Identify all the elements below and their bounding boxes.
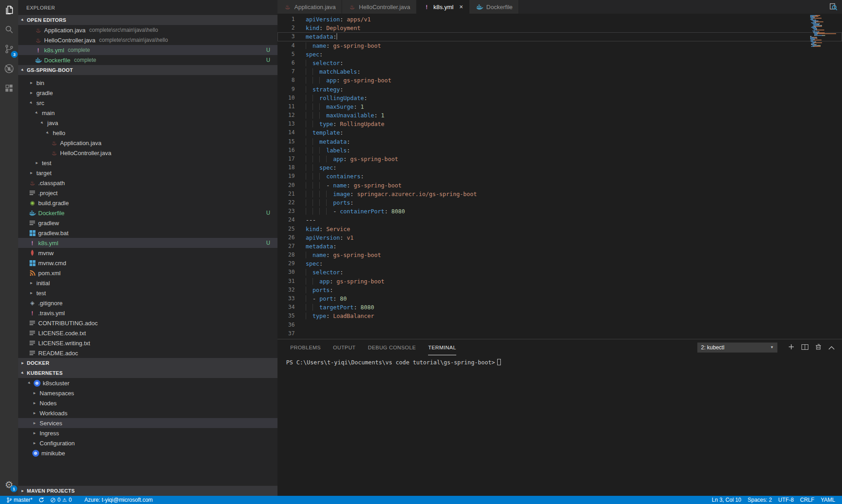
tree-item-readme-adoc[interactable]: README.adoc [18,348,277,358]
tree-item-dockerfile[interactable]: DockerfileU [18,208,277,218]
search-icon[interactable] [0,20,18,39]
code-line[interactable]: 8 app: gs-spring-boot [277,76,842,85]
explorer-icon[interactable] [0,0,18,20]
settings-gear-icon[interactable]: ⚙ 1 [0,479,18,490]
code-line[interactable]: 21 image: springacr.azurecr.io/gs-spring… [277,190,842,198]
code-line[interactable]: 27metadata: [277,242,842,251]
code-line[interactable]: 18 spec: [277,163,842,172]
tree-item-k8scluster[interactable]: ▸☸k8scluster [18,378,277,388]
section-header-project[interactable]: ▸ GS-SPRING-BOOT [18,65,277,75]
tree-item-gradlew-bat[interactable]: gradlew.bat [18,228,277,238]
open-editor-k8s-yml[interactable]: !k8s.ymlcompleteU [18,45,277,55]
extensions-icon[interactable] [0,78,18,98]
panel-tab-output[interactable]: OUTPUT [333,339,356,355]
tree-item-minikube[interactable]: ☸minikube [18,448,277,458]
encoding-status[interactable]: UTF-8 [775,497,797,503]
tree-item-travis-yml[interactable]: !.travis.yml [18,308,277,318]
tree-item-services[interactable]: ▸Services [18,418,277,428]
tree-item-target[interactable]: ▸target [18,168,277,178]
code-line[interactable]: 19 containers: [277,172,842,181]
tree-item-gitignore[interactable]: ◈.gitignore [18,298,277,308]
code-line[interactable]: 22 ports: [277,198,842,207]
git-branch-status[interactable]: master* [4,497,35,503]
tab-application-java[interactable]: ♨Application.java [277,0,342,14]
code-line[interactable]: 33 - port: 80 [277,294,842,303]
code-line[interactable]: 35 type: LoadBalancer [277,312,842,320]
code-line[interactable]: 29spec: [277,259,842,268]
tab-dockerfile[interactable]: Dockerfile [469,0,519,14]
tree-item-classpath[interactable]: ♨.classpath [18,178,277,188]
tree-item-configuration[interactable]: ▸Configuration [18,438,277,448]
tree-item-main[interactable]: ▸main [18,108,277,118]
terminal-select[interactable]: 2: kubectl ▼ [697,343,777,353]
source-control-icon[interactable]: 3 [0,39,18,59]
code-line[interactable]: 11 maxSurge: 1 [277,102,842,111]
tab-k8s-yml[interactable]: !k8s.yml× [417,0,469,14]
close-icon[interactable]: × [459,4,463,10]
tree-item-license-code-txt[interactable]: LICENSE.code.txt [18,328,277,338]
language-mode-status[interactable]: YAML [817,497,838,503]
code-line[interactable]: 10 rollingUpdate: [277,94,842,102]
tree-item-src[interactable]: ▸src [18,98,277,108]
new-terminal-icon[interactable] [788,343,794,352]
sync-status[interactable] [35,497,47,503]
tree-item-hellocontroller-java[interactable]: ♨HelloController.java [18,148,277,158]
azure-account-status[interactable]: Azure: t-yiqi@microsoft.com [81,497,156,503]
tree-item-bin[interactable]: ▸bin [18,78,277,88]
code-line[interactable]: 14 template: [277,128,842,137]
minimap[interactable] [810,15,837,49]
section-header-kubernetes[interactable]: ▸ KUBERNETES [18,368,277,378]
code-line[interactable]: 6 selector: [277,59,842,67]
code-line[interactable]: 32 ports: [277,286,842,294]
tree-item-initial[interactable]: ▸initial [18,278,277,288]
code-line[interactable]: 5spec: [277,50,842,59]
code-line[interactable]: 4 name: gs-spring-boot [277,41,842,50]
code-line[interactable]: 13 type: RollingUpdate [277,120,842,128]
problems-status[interactable]: 0 ⚠ 0 [47,497,75,503]
tree-item-workloads[interactable]: ▸Workloads [18,408,277,418]
open-editor-dockerfile[interactable]: DockerfilecompleteU [18,55,277,65]
code-line[interactable]: 37 [277,329,842,338]
code-line[interactable]: 1apiVersion: apps/v1 [277,15,842,24]
code-line[interactable]: 30 selector: [277,268,842,277]
open-editor-hellocontroller-java[interactable]: ♨HelloController.javacomplete\src\main\j… [18,35,277,45]
code-line[interactable]: 12 maxUnavailable: 1 [277,111,842,120]
tree-item-mvnw[interactable]: mvnw [18,248,277,258]
tree-item-license-writing-txt[interactable]: LICENSE.writing.txt [18,338,277,348]
tree-item-contributing-adoc[interactable]: CONTRIBUTING.adoc [18,318,277,328]
split-terminal-icon[interactable] [802,343,808,352]
tree-item-java[interactable]: ▸java [18,118,277,128]
code-line[interactable]: 16 labels: [277,146,842,155]
tree-item-application-java[interactable]: ♨Application.java [18,138,277,148]
tree-item-test[interactable]: ▸test [18,288,277,298]
tree-item-gradle[interactable]: ▸gradle [18,88,277,98]
tree-item-pom-xml[interactable]: pom.xml [18,268,277,278]
code-line[interactable]: 26apiVersion: v1 [277,233,842,242]
section-header-maven[interactable]: ▸ MAVEN PROJECTS [18,486,277,496]
cursor-position-status[interactable]: Ln 3, Col 10 [709,497,745,503]
tree-item-hello[interactable]: ▸hello [18,128,277,138]
tree-item-namespaces[interactable]: ▸Namespaces [18,388,277,398]
panel-tab-terminal[interactable]: TERMINAL [428,339,456,355]
tree-item-test[interactable]: ▸test [18,158,277,168]
code-line[interactable]: 36 [277,321,842,329]
panel-tab-debug-console[interactable]: DEBUG CONSOLE [368,339,416,355]
tab-hellocontroller-java[interactable]: ♨HelloController.java [342,0,417,14]
debug-icon[interactable] [0,59,18,78]
eol-status[interactable]: CRLF [797,497,817,503]
section-header-docker[interactable]: ▸ DOCKER [18,358,277,368]
editor[interactable]: 1apiVersion: apps/v12kind: Deployment3me… [277,14,842,339]
tree-item-gradlew[interactable]: gradlew [18,218,277,228]
code-line[interactable]: 3metadata: [277,32,842,41]
tree-item-mvnw-cmd[interactable]: mvnw.cmd [18,258,277,268]
terminal[interactable]: PS C:\Users\t-yiqi\Documents\vs code tut… [277,355,842,366]
tree-item-project[interactable]: .project [18,188,277,198]
code-line[interactable]: 28 name: gs-spring-boot [277,251,842,259]
panel-tab-problems[interactable]: PROBLEMS [290,339,321,355]
open-preview-icon[interactable] [825,0,842,14]
code-line[interactable]: 17 app: gs-spring-boot [277,155,842,163]
kill-terminal-icon[interactable] [816,343,821,352]
maximize-panel-icon[interactable] [828,343,835,352]
section-header-open-editors[interactable]: ▸ OPEN EDITORS [18,15,277,25]
tree-item-ingress[interactable]: ▸Ingress [18,428,277,438]
